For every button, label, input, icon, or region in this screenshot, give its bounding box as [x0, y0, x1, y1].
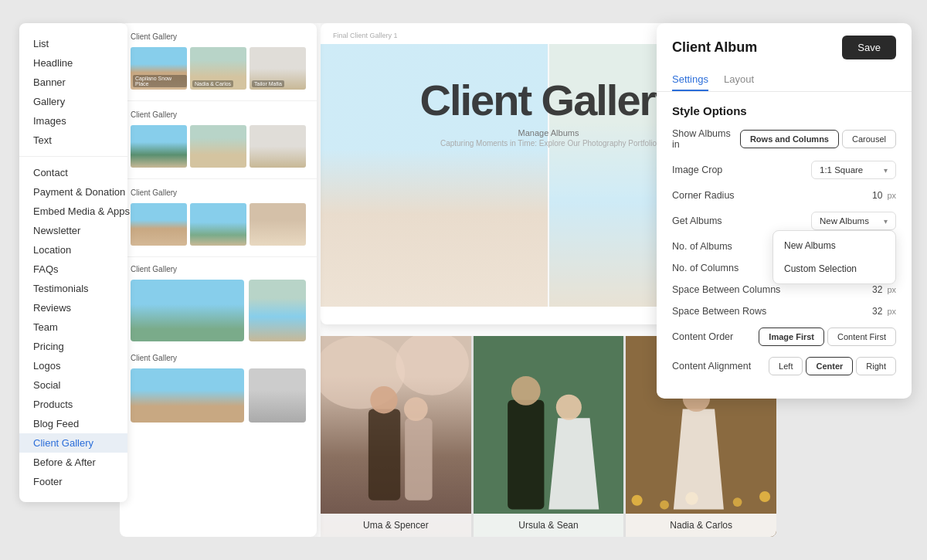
get-albums-dropdown: New Albums Custom Selection	[772, 230, 896, 284]
gallery-section-title-2: Client Gallery	[131, 110, 306, 119]
show-albums-controls: Rows and Columns Carousel	[740, 130, 896, 148]
gallery-thumb-5-2[interactable]	[249, 368, 306, 423]
sidebar-item-pricing[interactable]: Pricing	[19, 337, 127, 356]
dropdown-item-new-albums[interactable]: New Albums	[773, 234, 895, 257]
gallery-thumb-3-2[interactable]	[190, 203, 246, 246]
corner-radius-controls: 10 px	[859, 190, 896, 201]
corner-radius-unit: px	[887, 191, 896, 200]
sidebar: List Headline Banner Gallery Images Text…	[19, 23, 127, 502]
corner-radius-value: 10	[859, 190, 882, 201]
couple-silhouette-2	[474, 336, 624, 537]
gallery-thumb-4-2[interactable]	[249, 280, 306, 341]
sidebar-item-testimonials[interactable]: Testimonials	[19, 279, 127, 298]
gallery-section-5: Client Gallery	[120, 346, 317, 427]
sidebar-item-social[interactable]: Social	[19, 375, 127, 395]
wedding-label-ursula: Ursula & Sean	[474, 514, 624, 537]
sidebar-item-images[interactable]: Images	[19, 111, 127, 131]
gallery-thumbs-3	[131, 203, 306, 246]
space-rows-controls: 32 px	[859, 306, 896, 317]
sidebar-item-list[interactable]: List	[19, 34, 127, 53]
get-albums-label: Get Albums	[672, 216, 811, 226]
gallery-thumb-4-1[interactable]	[131, 280, 244, 341]
svg-rect-2	[368, 409, 400, 501]
panel-title: Client Album	[672, 39, 757, 56]
image-crop-value: 1:1 Square	[820, 165, 863, 175]
gallery-thumb-3-3[interactable]	[250, 203, 306, 246]
gallery-section-title-1: Client Gallery	[131, 32, 306, 41]
rows-columns-toggle[interactable]: Rows and Columns	[740, 130, 839, 148]
sidebar-item-faqs[interactable]: FAQs	[19, 260, 127, 279]
hero-gallery-tag: Final Client Gallery 1	[333, 32, 398, 39]
align-right-toggle[interactable]: Right	[856, 357, 896, 375]
gallery-thumbs-5	[131, 368, 306, 423]
space-columns-unit: px	[887, 285, 896, 294]
align-left-toggle[interactable]: Left	[769, 357, 803, 375]
align-center-toggle[interactable]: Center	[806, 357, 853, 375]
panel-tabs: Settings Layout	[657, 59, 912, 92]
sidebar-item-logos[interactable]: Logos	[19, 356, 127, 375]
content-alignment-controls: Left Center Right	[769, 357, 896, 375]
gallery-thumb-2-3[interactable]	[250, 125, 306, 168]
gallery-thumb-2-1[interactable]	[131, 125, 187, 168]
tab-layout[interactable]: Layout	[724, 69, 754, 91]
content-alignment-row: Content Alignment Left Center Right	[672, 357, 896, 375]
sidebar-item-text[interactable]: Text	[19, 131, 127, 150]
space-rows-row: Space Between Rows 32 px	[672, 306, 896, 317]
panel-header: Client Album Save	[657, 23, 912, 59]
content-order-row: Content Order Image First Content First	[672, 328, 896, 346]
style-options-heading: Style Options	[672, 104, 896, 117]
sidebar-item-banner[interactable]: Banner	[19, 73, 127, 92]
sidebar-item-client-gallery[interactable]: Client Gallery	[19, 433, 127, 453]
sidebar-item-footer[interactable]: Footer	[19, 472, 127, 491]
svg-rect-8	[508, 400, 544, 510]
sidebar-item-team[interactable]: Team	[19, 317, 127, 337]
sidebar-item-blog-feed[interactable]: Blog Feed	[19, 414, 127, 433]
sidebar-item-headline[interactable]: Headline	[19, 53, 127, 73]
chevron-down-icon: ▾	[884, 166, 888, 175]
content-order-label: Content Order	[672, 331, 759, 342]
tab-settings[interactable]: Settings	[672, 69, 708, 91]
gallery-thumb-2-2[interactable]	[190, 125, 246, 168]
gallery-thumbs-4	[131, 280, 306, 341]
gallery-thumb-3-1[interactable]	[131, 203, 187, 246]
thumb-label-1-3: Tailor Mafia	[252, 80, 284, 87]
svg-point-13	[660, 501, 669, 510]
space-columns-controls: 32 px	[859, 284, 896, 295]
get-albums-row: Get Albums New Albums ▾ New Albums Custo…	[672, 212, 896, 230]
wedding-label-nadia: Nadia & Carlos	[626, 514, 776, 537]
gallery-thumb-1-3[interactable]: Tailor Mafia	[250, 47, 306, 90]
corner-radius-label: Corner Radius	[672, 190, 859, 201]
gallery-thumb-1-2[interactable]: Nadia & Carlos	[190, 47, 246, 90]
sidebar-item-products[interactable]: Products	[19, 395, 127, 414]
svg-rect-7	[474, 336, 624, 537]
dropdown-item-custom-selection[interactable]: Custom Selection	[773, 257, 895, 280]
space-columns-row: Space Between Columns 32 px	[672, 284, 896, 295]
thumb-label-1-2: Nadia & Carlos	[192, 80, 233, 87]
gallery-panel: Client Gallery Capilano Snow Place Nadia…	[120, 23, 317, 537]
svg-point-5	[404, 397, 428, 421]
style-options-panel: Client Album Save Settings Layout Style …	[657, 23, 912, 399]
sidebar-item-location[interactable]: Location	[19, 240, 127, 260]
sidebar-item-newsletter[interactable]: Newsletter	[19, 221, 127, 240]
carousel-toggle[interactable]: Carousel	[842, 130, 896, 148]
get-albums-select[interactable]: New Albums ▾	[811, 212, 896, 230]
gallery-thumb-5-1[interactable]	[131, 368, 244, 423]
show-albums-label: Show Albums in	[672, 128, 740, 150]
gallery-thumb-1-1[interactable]: Capilano Snow Place	[131, 47, 187, 90]
save-button[interactable]: Save	[842, 36, 896, 59]
space-rows-value: 32	[859, 306, 882, 317]
gallery-section-1: Client Gallery Capilano Snow Place Nadia…	[120, 23, 317, 101]
image-first-toggle[interactable]: Image First	[759, 328, 824, 346]
svg-point-10	[555, 395, 581, 420]
sidebar-item-reviews[interactable]: Reviews	[19, 298, 127, 317]
thumb-label-1-1: Capilano Snow Place	[133, 75, 187, 87]
sidebar-item-contact[interactable]: Contact	[19, 163, 127, 182]
sidebar-item-payment[interactable]: Payment & Donation	[19, 182, 127, 202]
sidebar-item-before-after[interactable]: Before & After	[19, 453, 127, 472]
sidebar-item-gallery[interactable]: Gallery	[19, 92, 127, 111]
sidebar-item-embed[interactable]: Embed Media & Apps	[19, 202, 127, 221]
show-albums-row: Show Albums in Rows and Columns Carousel	[672, 128, 896, 150]
image-crop-select[interactable]: 1:1 Square ▾	[811, 161, 896, 179]
content-order-controls: Image First Content First	[759, 328, 896, 346]
content-first-toggle[interactable]: Content First	[827, 328, 896, 346]
